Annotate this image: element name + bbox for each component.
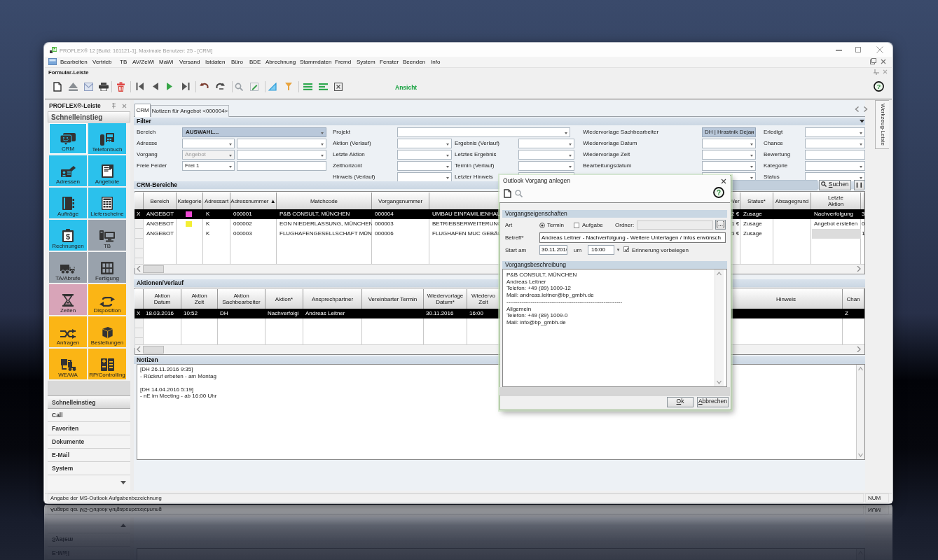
svg-text:?: ? (877, 83, 881, 90)
svg-text:?: ? (717, 189, 721, 197)
svg-text:$: $ (66, 232, 70, 241)
